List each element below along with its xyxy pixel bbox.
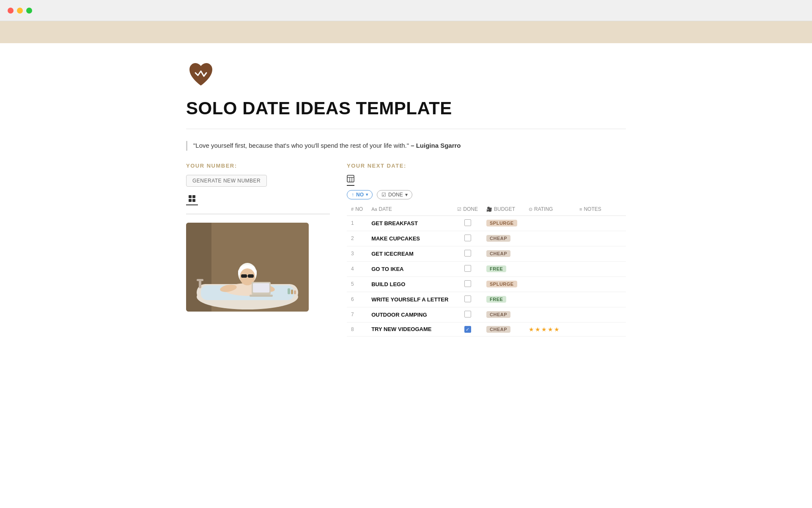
cell-budget: FREE xyxy=(482,261,524,276)
svg-rect-25 xyxy=(291,290,293,294)
cell-done[interactable] xyxy=(453,292,482,307)
cell-rating xyxy=(524,292,575,307)
your-number-label: YOUR NUMBER: xyxy=(186,163,330,169)
budget-badge: SPLURGE xyxy=(486,281,517,287)
cell-budget: SPLURGE xyxy=(482,276,524,292)
cell-notes xyxy=(575,276,626,292)
filter-done-chip[interactable]: ☑ DONE ▾ xyxy=(377,190,412,199)
cell-rating xyxy=(524,231,575,246)
cell-notes xyxy=(575,246,626,261)
cell-done[interactable]: ✓ xyxy=(453,322,482,337)
col-header-notes: ≡NOTES xyxy=(575,203,626,216)
table-row: 6WRITE YOURSELF A LETTERFREE xyxy=(347,292,626,307)
photo-placeholder xyxy=(186,223,309,312)
cell-date[interactable]: TRY NEW VIDEOGAME xyxy=(367,322,453,337)
page-icon xyxy=(186,60,626,91)
cell-date[interactable]: OUTDOOR CAMPING xyxy=(367,307,453,322)
cell-budget: CHEAP xyxy=(482,307,524,322)
cell-done[interactable] xyxy=(453,276,482,292)
svg-rect-3 xyxy=(192,199,195,202)
cell-no: 5 xyxy=(347,276,367,292)
checkbox-empty[interactable] xyxy=(464,265,471,272)
checkbox-empty[interactable] xyxy=(464,219,471,226)
col-header-no: #NO xyxy=(347,203,367,216)
notes-col-icon: ≡ xyxy=(579,207,582,212)
cell-no: 3 xyxy=(347,246,367,261)
filter-no-label: NO xyxy=(356,192,364,198)
col-header-done: ☑DONE xyxy=(453,203,482,216)
cell-rating xyxy=(524,307,575,322)
cell-no: 4 xyxy=(347,261,367,276)
budget-badge: CHEAP xyxy=(486,235,510,242)
left-column: YOUR NUMBER: GENERATE NEW NUMBER xyxy=(186,163,330,337)
cell-no: 6 xyxy=(347,292,367,307)
minimize-button[interactable] xyxy=(17,8,23,14)
star-filled: ★ xyxy=(529,326,534,333)
cell-done[interactable] xyxy=(453,231,482,246)
cell-date[interactable]: GO TO IKEA xyxy=(367,261,453,276)
svg-rect-2 xyxy=(189,199,192,202)
maximize-button[interactable] xyxy=(26,8,32,14)
date-col-icon: Aa xyxy=(371,207,377,212)
cell-date[interactable]: BUILD LEGO xyxy=(367,276,453,292)
grid-view-button[interactable] xyxy=(186,193,198,205)
cell-notes xyxy=(575,215,626,231)
checkbox-checked[interactable]: ✓ xyxy=(464,326,471,333)
svg-rect-23 xyxy=(197,279,203,281)
window-chrome xyxy=(0,0,812,21)
cell-done[interactable] xyxy=(453,246,482,261)
checkbox-empty[interactable] xyxy=(464,311,471,318)
filter-no-dropdown-icon: ▾ xyxy=(366,192,368,197)
col-header-rating: ⊙RATING xyxy=(524,203,575,216)
filter-no-chip[interactable]: ↑ NO ▾ xyxy=(347,190,373,199)
cell-budget: CHEAP xyxy=(482,322,524,337)
table-header: #NO AaDATE ☑DONE 🎥BUDGET ⊙RATING xyxy=(347,203,626,216)
generate-number-button[interactable]: GENERATE NEW NUMBER xyxy=(186,175,267,187)
svg-rect-24 xyxy=(288,288,290,294)
table-icon xyxy=(347,175,354,182)
cell-date[interactable]: WRITE YOURSELF A LETTER xyxy=(367,292,453,307)
table-view-tab[interactable] xyxy=(347,175,354,186)
quote-text: "Love yourself first, because that's who… xyxy=(186,141,626,151)
cell-date[interactable]: GET BREAKFAST xyxy=(367,215,453,231)
close-button[interactable] xyxy=(8,8,14,14)
date-ideas-table: #NO AaDATE ☑DONE 🎥BUDGET ⊙RATING xyxy=(347,203,626,337)
cell-budget: FREE xyxy=(482,292,524,307)
cell-done[interactable] xyxy=(453,261,482,276)
cell-done[interactable] xyxy=(453,215,482,231)
budget-badge: FREE xyxy=(486,296,506,303)
filter-done-label: DONE xyxy=(388,192,403,198)
top-banner xyxy=(0,21,812,43)
rating-col-icon: ⊙ xyxy=(529,207,532,212)
number-input-area: GENERATE NEW NUMBER xyxy=(186,175,330,214)
right-column: YOUR NEXT DATE: ↑ NO ▾ ☑ xyxy=(347,163,626,337)
cell-no: 1 xyxy=(347,215,367,231)
budget-col-icon: 🎥 xyxy=(486,207,492,212)
cell-budget: CHEAP xyxy=(482,246,524,261)
col-header-date: AaDATE xyxy=(367,203,453,216)
filter-done-icon: ☑ xyxy=(381,192,386,198)
cell-done[interactable] xyxy=(453,307,482,322)
star-filled: ★ xyxy=(548,326,553,333)
checkbox-empty[interactable] xyxy=(464,280,471,287)
rating-stars: ★★★★★ xyxy=(529,326,560,333)
svg-rect-1 xyxy=(192,195,195,198)
cell-notes xyxy=(575,261,626,276)
filter-done-dropdown-icon: ▾ xyxy=(405,192,408,198)
star-filled: ★ xyxy=(541,326,547,333)
cell-date[interactable]: MAKE CUPCAKES xyxy=(367,231,453,246)
table-row: 5BUILD LEGOSPLURGE xyxy=(347,276,626,292)
cell-no: 8 xyxy=(347,322,367,337)
cell-notes xyxy=(575,231,626,246)
budget-badge: FREE xyxy=(486,265,506,272)
checkbox-empty[interactable] xyxy=(464,295,471,302)
cell-date[interactable]: GET ICECREAM xyxy=(367,246,453,261)
checkbox-empty[interactable] xyxy=(464,235,471,241)
cell-budget: CHEAP xyxy=(482,231,524,246)
no-col-icon: # xyxy=(351,207,354,212)
next-date-label: YOUR NEXT DATE: xyxy=(347,163,626,169)
svg-rect-21 xyxy=(250,295,273,297)
budget-badge: CHEAP xyxy=(486,311,510,318)
table-row: 2MAKE CUPCAKESCHEAP xyxy=(347,231,626,246)
checkbox-empty[interactable] xyxy=(464,250,471,257)
